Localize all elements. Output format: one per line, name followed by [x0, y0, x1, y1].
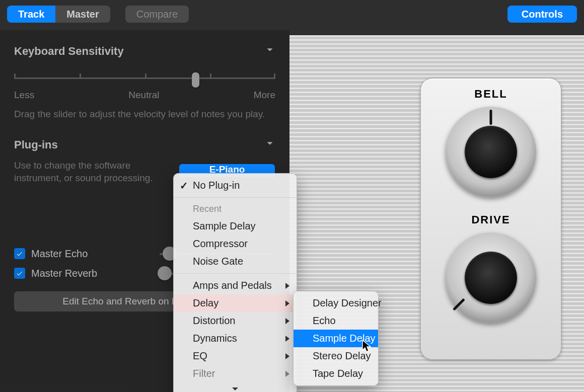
section-title: Plug-ins — [14, 138, 58, 151]
chevron-down-icon — [264, 138, 275, 152]
menu-item-recent[interactable]: Sample Delay — [174, 217, 297, 235]
slider-label-less: Less — [14, 90, 34, 101]
plugin-menu: No Plug-in Recent Sample Delay Compresso… — [173, 173, 297, 392]
plugins-description: Use to change the software instrument, o… — [14, 159, 165, 185]
menu-item-dynamics[interactable]: Dynamics — [174, 330, 297, 347]
plugins-header[interactable]: Plug-ins — [14, 138, 275, 152]
menu-item-delay[interactable]: Delay — [174, 294, 297, 312]
sensitivity-slider-knob[interactable] — [192, 72, 199, 88]
menu-item-eq[interactable]: EQ — [174, 347, 297, 365]
menu-separator — [174, 197, 297, 198]
submenu-item-tape-delay[interactable]: Tape Delay — [294, 365, 378, 382]
chevron-down-icon — [264, 44, 275, 58]
master-echo-label: Master Echo — [31, 248, 88, 260]
menu-item-filter[interactable]: Filter — [174, 365, 297, 382]
knob-pointer-icon — [490, 110, 492, 125]
menu-separator — [174, 273, 297, 274]
menu-item-no-plugin[interactable]: No Plug-in — [174, 177, 297, 194]
drive-knob-label: DRIVE — [421, 213, 561, 226]
keyboard-sensitivity-header[interactable]: Keyboard Sensitivity — [14, 44, 275, 58]
menu-heading-recent: Recent — [174, 201, 297, 217]
menu-item-amps-and-pedals[interactable]: Amps and Pedals — [174, 277, 297, 294]
menu-item-recent[interactable]: Noise Gate — [174, 253, 297, 270]
master-tab[interactable]: Master — [55, 6, 110, 23]
menu-scroll-down-icon[interactable] — [174, 382, 297, 392]
track-master-segment: Track Master — [7, 6, 110, 23]
compare-button[interactable]: Compare — [125, 6, 189, 23]
submenu-item-delay-designer[interactable]: Delay Designer — [294, 294, 378, 312]
menu-item-distortion[interactable]: Distortion — [174, 312, 297, 330]
bell-knob[interactable] — [446, 107, 536, 197]
top-toolbar: Track Master Compare Controls — [0, 4, 584, 24]
controls-button[interactable]: Controls — [507, 6, 577, 23]
knob-cap — [465, 252, 517, 304]
master-reverb-label: Master Reverb — [31, 268, 97, 279]
delay-submenu: Delay Designer Echo Sample Delay Stereo … — [293, 291, 379, 386]
submenu-item-stereo-delay[interactable]: Stereo Delay — [294, 347, 378, 365]
knob-pointer-icon — [453, 298, 465, 311]
knob-panel: BELL DRIVE — [420, 78, 561, 360]
slider-label-more: More — [254, 90, 275, 101]
drive-knob[interactable] — [446, 232, 536, 323]
sensitivity-slider[interactable] — [14, 70, 275, 86]
master-echo-checkbox[interactable] — [14, 248, 25, 259]
submenu-item-sample-delay[interactable]: Sample Delay — [294, 330, 378, 347]
slider-label-neutral: Neutral — [128, 90, 159, 101]
knob-cap — [465, 126, 517, 178]
submenu-item-echo[interactable]: Echo — [294, 312, 378, 330]
menu-item-recent[interactable]: Compressor — [174, 235, 297, 253]
bell-knob-label: BELL — [421, 88, 561, 101]
master-reverb-checkbox[interactable] — [14, 268, 25, 279]
section-title: Keyboard Sensitivity — [14, 45, 124, 58]
sensitivity-description: Drag the slider to adjust the velocity l… — [14, 108, 275, 121]
track-tab[interactable]: Track — [7, 6, 55, 23]
